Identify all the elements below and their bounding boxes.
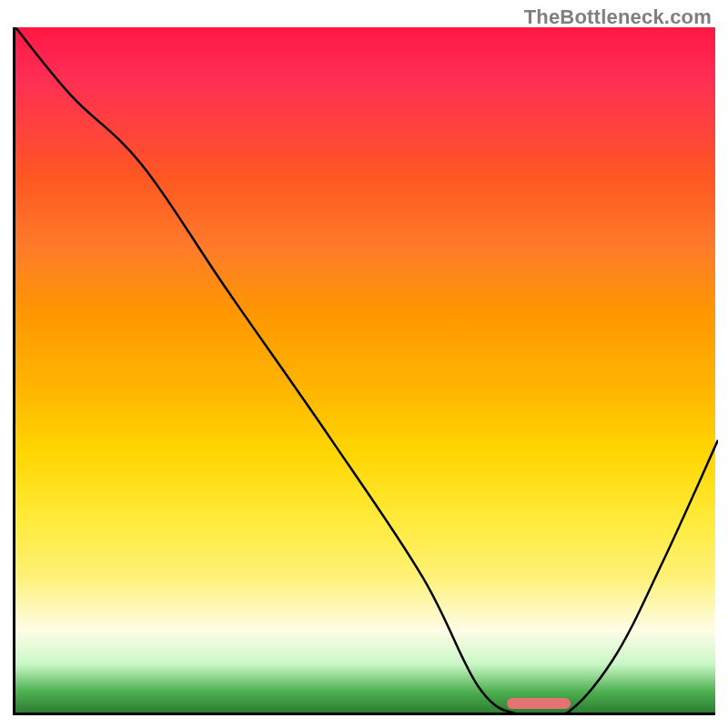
optimal-marker xyxy=(507,698,570,709)
chart-gradient-background xyxy=(15,27,715,713)
watermark-text: TheBottleneck.com xyxy=(524,5,712,29)
chart-plot-area xyxy=(13,27,715,715)
